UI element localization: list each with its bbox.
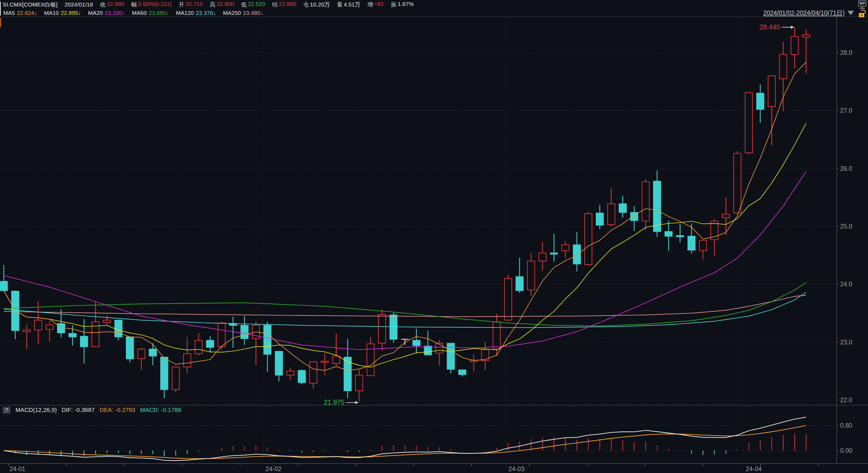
quote-field-7: 量4.51万 bbox=[337, 1, 360, 8]
price-axis-label: 28.0 bbox=[840, 49, 852, 56]
candle[interactable] bbox=[803, 35, 810, 37]
candle[interactable] bbox=[745, 93, 752, 153]
macd-name: MACD(12,26,9) bbox=[16, 407, 57, 413]
candle[interactable] bbox=[137, 349, 145, 359]
candle[interactable] bbox=[275, 351, 282, 375]
candle[interactable] bbox=[0, 281, 7, 291]
candle[interactable] bbox=[780, 54, 787, 78]
candle[interactable] bbox=[585, 214, 592, 265]
candle[interactable] bbox=[390, 315, 397, 339]
candle[interactable] bbox=[115, 320, 122, 337]
candle[interactable] bbox=[459, 370, 466, 374]
price-axis-label: 27.0 bbox=[840, 107, 852, 114]
candle[interactable] bbox=[264, 325, 271, 354]
candle[interactable] bbox=[676, 236, 684, 237]
quote-field-6: 仓10.20万 bbox=[303, 1, 330, 8]
date-range-text[interactable]: 2024/01/02-2024/04/10(71日) bbox=[763, 9, 845, 17]
candle[interactable] bbox=[207, 340, 214, 347]
macd-dea-value: DEA: -0.2793 bbox=[99, 407, 135, 413]
candle[interactable] bbox=[562, 245, 569, 250]
candle[interactable] bbox=[756, 93, 764, 109]
candle[interactable] bbox=[310, 362, 317, 383]
candle[interactable] bbox=[58, 324, 65, 333]
wp-monitor-label: WP bbox=[858, 1, 866, 6]
candle[interactable] bbox=[149, 349, 156, 356]
candle[interactable] bbox=[596, 213, 603, 225]
candle[interactable] bbox=[619, 204, 626, 212]
candle[interactable] bbox=[218, 323, 225, 347]
candle[interactable] bbox=[333, 356, 340, 364]
candle[interactable] bbox=[413, 340, 420, 345]
arrow-head bbox=[355, 401, 359, 404]
candle[interactable] bbox=[298, 371, 306, 383]
candle[interactable] bbox=[195, 340, 202, 353]
candle[interactable] bbox=[504, 278, 512, 320]
candle[interactable] bbox=[699, 240, 707, 251]
date-range-selector[interactable]: 2024/01/02-2024/04/10(71日) bbox=[763, 9, 854, 17]
candle[interactable] bbox=[321, 361, 329, 362]
chart-canvas[interactable]: 28.027.026.025.024.023.022.00.800.0024-0… bbox=[0, 0, 868, 473]
help-icon[interactable]: ? bbox=[3, 407, 10, 413]
candle[interactable] bbox=[734, 154, 741, 213]
candle[interactable] bbox=[482, 349, 489, 361]
candle[interactable] bbox=[722, 214, 730, 218]
candle[interactable] bbox=[287, 371, 294, 375]
candle[interactable] bbox=[791, 36, 798, 54]
candle[interactable] bbox=[80, 336, 88, 347]
candle[interactable] bbox=[768, 76, 775, 107]
candle[interactable] bbox=[23, 330, 30, 332]
macd-axis-label: 0.80 bbox=[840, 422, 852, 429]
trading-app-window: SI.CMX[COMEX白银] 2024/01/18 收22.880幅0.93%… bbox=[0, 0, 868, 473]
time-axis-label: 24-02 bbox=[266, 466, 281, 472]
unlock-icon[interactable] bbox=[859, 10, 866, 17]
quote-fields: 收22.880幅0.93%(0.211)开22.715高22.900低22.52… bbox=[100, 1, 413, 8]
price-axis-label: 22.0 bbox=[840, 397, 852, 404]
candle[interactable] bbox=[184, 353, 191, 367]
candle[interactable] bbox=[378, 314, 386, 343]
ma-lines-layer bbox=[4, 62, 806, 370]
candle[interactable] bbox=[516, 277, 523, 291]
quote-header: SI.CMX[COMEX白银] 2024/01/18 收22.880幅0.93%… bbox=[3, 0, 413, 9]
macd-plot bbox=[4, 417, 806, 461]
ma-legend-ma20: MA2023.320↓ bbox=[88, 10, 125, 16]
candle[interactable] bbox=[172, 367, 180, 390]
quote-field-5: 结22.880 bbox=[272, 1, 296, 8]
candle[interactable] bbox=[367, 344, 374, 376]
candle[interactable] bbox=[550, 253, 558, 254]
quote-field-4: 低22.520 bbox=[241, 1, 265, 8]
ma-legend-items: MA522.624↓MA1022.895↓MA2023.320↓MA6023.6… bbox=[3, 10, 263, 16]
candle[interactable] bbox=[69, 333, 76, 337]
extreme-price-label: 28.440 bbox=[759, 23, 780, 31]
candle[interactable] bbox=[665, 232, 672, 236]
wp-monitor-icon[interactable]: WP bbox=[858, 1, 866, 9]
ma10-line bbox=[4, 123, 806, 367]
candle[interactable] bbox=[241, 325, 248, 338]
ma-legend-ma120: MA12023.376↓ bbox=[176, 10, 216, 16]
left-edge-marker-orange bbox=[0, 18, 1, 27]
candle[interactable] bbox=[608, 204, 615, 225]
price-axis-label: 25.0 bbox=[840, 223, 852, 230]
quote-field-3: 高22.900 bbox=[210, 1, 234, 8]
candle[interactable] bbox=[493, 322, 500, 349]
chevron-down-icon[interactable] bbox=[847, 11, 854, 15]
candle[interactable] bbox=[46, 325, 53, 329]
candle[interactable] bbox=[103, 320, 111, 323]
arrow-head bbox=[791, 26, 794, 29]
price-axis-label: 26.0 bbox=[840, 165, 852, 172]
candle[interactable] bbox=[126, 337, 133, 359]
candle[interactable] bbox=[688, 236, 695, 250]
candle[interactable] bbox=[424, 346, 431, 355]
macd-indicator-header: ? MACD(12,26,9) DIF: -0.3687 DEA: -0.279… bbox=[3, 406, 181, 414]
candle[interactable] bbox=[92, 322, 99, 346]
candle[interactable] bbox=[35, 320, 42, 330]
candle[interactable] bbox=[355, 375, 363, 391]
candle[interactable] bbox=[161, 357, 168, 390]
price-axis-label: 23.0 bbox=[840, 339, 852, 346]
candle[interactable] bbox=[642, 182, 649, 221]
candle[interactable] bbox=[539, 253, 546, 261]
price-axis-label: 24.0 bbox=[840, 281, 852, 288]
quote-field-2: 开22.715 bbox=[179, 1, 203, 8]
candle[interactable] bbox=[653, 181, 661, 232]
candle[interactable] bbox=[574, 245, 581, 264]
candle[interactable] bbox=[527, 261, 535, 290]
